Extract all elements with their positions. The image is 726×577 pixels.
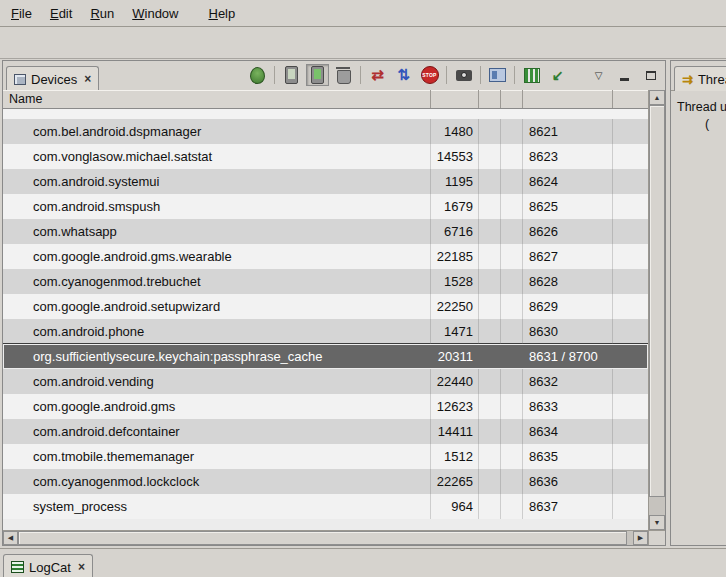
blank-cell [479,494,501,519]
scroll-up-icon[interactable]: ▲ [649,90,665,105]
trash-icon [337,70,351,84]
filler-cell [613,144,648,169]
screen-capture-icon[interactable] [452,64,475,86]
table-row[interactable]: org.sufficientlysecure.keychain:passphra… [3,344,648,369]
blank-cell [501,119,523,144]
view-menu-icon[interactable]: ▽ [587,64,610,86]
threads-message-line: Thread up [677,99,726,116]
blank-cell [479,394,501,419]
table-row[interactable]: com.android.defcontainer144118634 [3,419,648,444]
table-row[interactable]: com.google.android.gms.wearable221858627 [3,244,648,269]
update-heap-icon[interactable] [280,64,303,86]
filler-cell [613,219,648,244]
cause-gc-icon[interactable] [332,64,355,86]
filler-cell [613,469,648,494]
table-row[interactable]: com.whatsapp67168626 [3,219,648,244]
table-row[interactable]: com.android.vending224408632 [3,369,648,394]
table-row[interactable]: com.vonglasow.michael.satstat145538623 [3,144,648,169]
blank-cell [479,294,501,319]
minimize-icon[interactable] [613,64,636,86]
table-row[interactable]: system_process9648637 [3,494,648,519]
table-row[interactable]: com.cyanogenmod.trebuchet15288628 [3,269,648,294]
blank-cell [501,294,523,319]
scrollbar-corner [648,530,665,545]
method-profiling-icon[interactable]: ⇅ [392,64,415,86]
tab-logcat[interactable]: LogCat × [3,554,93,577]
devices-icon [14,74,26,85]
table-row[interactable]: com.android.phone14718630 [3,319,648,344]
close-icon[interactable]: × [78,560,85,574]
table-row[interactable]: com.bel.android.dspmanager14808621 [3,119,648,144]
blank-cell [501,369,523,394]
table-row[interactable]: com.android.smspush16798625 [3,194,648,219]
threads-view-header: ⇉ Threa [671,61,726,91]
blank-cell [501,219,523,244]
filler-cell [613,444,648,469]
port-cell: 8629 [523,294,613,319]
port-cell: 8632 [523,369,613,394]
maximize-icon[interactable] [639,64,662,86]
blank-cell [479,419,501,444]
blank-cell [501,469,523,494]
devices-view-header: Devices × ⇄ ⇅ STOP ↙ [3,61,665,91]
table-row[interactable]: com.google.android.gms126238633 [3,394,648,419]
menu-edit[interactable]: Edit [41,2,81,25]
port-cell: 8624 [523,169,613,194]
stop-sign-icon: STOP [421,66,439,84]
debug-process-icon[interactable] [246,64,269,86]
menu-file[interactable]: File [2,2,41,25]
process-name-cell: com.google.android.gms [3,394,431,419]
minimize-bar-icon [620,78,629,81]
filler-cell [613,494,648,519]
column-header-blank[interactable] [479,90,501,108]
blank-cell [501,144,523,169]
table-row[interactable]: com.android.systemui11958624 [3,169,648,194]
pid-cell: 1480 [431,119,479,144]
column-header-name[interactable]: Name [3,90,431,108]
update-threads-icon[interactable]: ⇄ [366,64,389,86]
vertical-scrollbar[interactable]: ▲ ▼ [648,90,665,530]
pid-cell: 14411 [431,419,479,444]
view-hierarchy-icon[interactable] [486,64,509,86]
close-icon[interactable]: × [84,72,91,86]
process-name-cell: com.android.phone [3,319,431,344]
process-name-cell: com.tmobile.thememanager [3,444,431,469]
menu-help[interactable]: Help [199,2,244,25]
horizontal-scrollbar[interactable]: ◀ ▶ [3,530,648,545]
filler-cell [613,119,648,144]
table-row[interactable]: com.tmobile.thememanager15128635 [3,444,648,469]
columns-icon [524,68,540,83]
blank-cell [479,119,501,144]
table-row-partial[interactable] [3,109,648,119]
thread-columns-icon[interactable] [520,64,543,86]
scroll-left-icon[interactable]: ◀ [3,531,18,545]
filler-cell [613,319,648,344]
table-row[interactable]: com.google.android.setupwizard222508629 [3,294,648,319]
blank-cell [479,194,501,219]
port-cell: 8635 [523,444,613,469]
scroll-down-icon[interactable]: ▼ [649,515,665,530]
toolbar-separator [446,66,447,84]
column-header-pid[interactable] [431,90,479,108]
port-cell: 8634 [523,419,613,444]
column-header-port[interactable] [523,90,613,108]
stop-process-icon[interactable]: STOP [418,64,441,86]
port-cell: 8626 [523,219,613,244]
pid-cell: 14553 [431,144,479,169]
blank-cell [501,494,523,519]
heap-arrow-icon[interactable]: ↙ [546,64,569,86]
process-name-cell: com.android.defcontainer [3,419,431,444]
toolbar-separator [514,66,515,84]
menu-run[interactable]: Run [81,2,123,25]
port-cell: 8631 / 8700 [523,344,613,369]
scroll-right-icon[interactable]: ▶ [633,531,648,545]
horizontal-scrollbar-thumb[interactable] [18,531,627,545]
devices-toolbar: ⇄ ⇅ STOP ↙ ▽ [246,64,662,86]
tab-threads[interactable]: ⇉ Threa [674,66,726,91]
tab-devices[interactable]: Devices × [6,66,99,91]
dump-hprof-icon[interactable] [306,64,329,86]
column-header-blank[interactable] [501,90,523,108]
menu-window[interactable]: Window [123,2,187,25]
table-row[interactable]: com.cyanogenmod.lockclock222658636 [3,469,648,494]
vertical-scrollbar-thumb[interactable] [649,105,665,497]
